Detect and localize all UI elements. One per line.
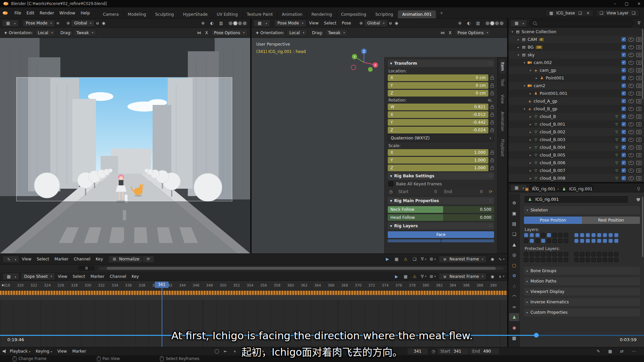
mode-dropdown[interactable]: Pose Mode [23, 20, 55, 27]
rotation-4l-button[interactable]: 4L [488, 98, 493, 103]
outliner-row[interactable]: cloud_B.006 [508, 159, 644, 167]
armature-layer-toggle[interactable] [558, 239, 562, 243]
hide-in-viewport-icon[interactable] [628, 38, 634, 42]
outliner-item-label[interactable]: cam2 [534, 83, 545, 88]
snap-icon[interactable] [95, 21, 101, 25]
breadcrumb-object[interactable]: ICG_rig.001 [532, 187, 555, 191]
xray-icon[interactable] [475, 21, 481, 25]
hide-in-viewport-icon[interactable] [628, 92, 634, 96]
properties-tab-icon[interactable] [509, 313, 519, 321]
dope-menu-item[interactable]: Marker [88, 274, 107, 279]
n-panel-tab[interactable]: Item [499, 59, 505, 74]
outliner-row[interactable]: cloud_B.005 [508, 151, 644, 159]
protected-layer-toggle[interactable] [547, 258, 551, 262]
pin-icon[interactable] [637, 187, 640, 191]
dope-menu-item[interactable]: View [55, 274, 70, 279]
outliner-row[interactable]: cloud_B.004 [508, 143, 644, 151]
orientation-value-dropdown[interactable]: Local [35, 29, 56, 36]
location-field[interactable]: Y0 cm [388, 82, 488, 89]
expand-arrow-icon[interactable] [522, 61, 527, 64]
graph-menu-item[interactable]: Marker [52, 257, 71, 261]
rig-layer-clipped-buttons[interactable] [388, 239, 494, 242]
protected-layer-toggle[interactable] [591, 258, 596, 262]
lock-icon[interactable] [490, 120, 494, 125]
disable-in-renders-icon[interactable] [636, 68, 641, 72]
workspace-tab[interactable]: Camera [99, 10, 123, 18]
expand-arrow-icon[interactable] [510, 30, 515, 34]
n-panel-tab[interactable]: Tool [499, 76, 505, 89]
disable-in-renders-icon[interactable] [636, 153, 641, 157]
hide-in-viewport-icon[interactable] [628, 153, 634, 157]
workspace-tab[interactable]: Rendering [307, 10, 336, 18]
checkbox[interactable] [622, 153, 626, 157]
disable-in-renders-icon[interactable] [636, 122, 641, 126]
transform-panel-header[interactable]: ▾Transform [388, 60, 494, 67]
expand-arrow-icon[interactable] [528, 169, 533, 172]
protected-layer-toggle[interactable] [608, 258, 613, 262]
protected-layer-toggle[interactable] [541, 258, 545, 262]
workspace-tab[interactable]: Scripting [371, 10, 398, 18]
3d-viewport-canvas[interactable]: User Perspective (341) ICG_rig.001 : hea… [252, 38, 507, 253]
menubar-item[interactable]: Window [57, 11, 78, 15]
outliner-row[interactable]: cloud_B.001 [508, 120, 644, 128]
armature-layer-toggle[interactable] [552, 239, 557, 243]
n-panel-tab[interactable]: View [499, 92, 505, 107]
viewport-menu-item[interactable]: Select [321, 21, 339, 25]
only-errors-icon[interactable] [402, 257, 409, 261]
outliner-item-label[interactable]: Point001 [546, 75, 564, 80]
protected-layer-toggle[interactable] [614, 252, 619, 256]
checkbox[interactable] [622, 130, 626, 134]
outliner-row[interactable]: cam.002 [508, 59, 644, 66]
drag-value-dropdown[interactable]: Tweak [73, 29, 96, 36]
orientation-value-dropdown[interactable]: Local [286, 29, 307, 36]
protected-layer-toggle[interactable] [535, 252, 540, 256]
checkbox[interactable] [622, 122, 626, 126]
protected-layer-toggle[interactable] [608, 252, 613, 256]
hide-in-viewport-icon[interactable] [628, 145, 634, 149]
properties-tab-icon[interactable] [509, 220, 519, 228]
horizontal-scrollbar[interactable] [99, 267, 504, 270]
mode-dropdown[interactable]: Pose Mode [274, 20, 306, 27]
outliner-item-label[interactable]: cloud_B [540, 114, 556, 119]
scrollbar-thumb[interactable] [107, 267, 496, 270]
scale-field[interactable]: Z1.000 [388, 165, 488, 171]
orientation-dropdown[interactable]: Global [364, 20, 387, 27]
collapsed-panel-header[interactable]: ▸Bone Groups [524, 267, 640, 275]
workspace-tab[interactable]: UV Editing [212, 10, 243, 18]
outliner-row[interactable]: Point001 [508, 74, 644, 82]
disable-in-renders-icon[interactable] [636, 99, 641, 103]
rotation-mode-dropdown[interactable]: Quaternion (WXYZ) [388, 134, 494, 142]
menubar-item[interactable]: Help [78, 11, 92, 15]
graph-menu-item[interactable]: Key [93, 257, 106, 261]
lock-icon[interactable] [490, 91, 494, 96]
blender-menu-icon[interactable] [3, 11, 8, 15]
collapsed-panel-header[interactable]: ▸Viewport Display [524, 288, 640, 296]
drag-value-dropdown[interactable]: Tweak [325, 29, 348, 36]
disable-in-renders-icon[interactable] [636, 45, 641, 49]
lock-icon[interactable] [490, 83, 494, 88]
n-panel-tab[interactable]: Playblast [499, 136, 505, 160]
outliner-item-label[interactable]: Scene Collection [522, 29, 556, 34]
scene-selector[interactable]: ICG_base [545, 9, 594, 17]
data-name-field[interactable]: ICG_rig.001 [524, 195, 629, 203]
editor-type-button[interactable] [511, 20, 527, 27]
disable-in-renders-icon[interactable] [636, 115, 641, 119]
editor-type-button[interactable] [3, 273, 19, 280]
wireframe-shading-icon[interactable] [486, 21, 489, 25]
protected-layer-toggle[interactable] [574, 252, 579, 256]
outliner-row[interactable]: cam2 [508, 82, 644, 89]
snap-icon[interactable] [387, 21, 393, 25]
armature-layer-toggle[interactable] [597, 233, 601, 237]
shading-mode-switch[interactable] [484, 21, 505, 26]
hide-in-viewport-icon[interactable] [628, 169, 634, 173]
rendered-shading-icon[interactable] [500, 21, 503, 25]
rotation-field[interactable]: Y-0.442 [388, 119, 488, 126]
outliner-row[interactable]: cloud_A_gp [508, 97, 644, 105]
navigation-gizmo[interactable]: Z Y X [349, 47, 379, 77]
hide-in-viewport-icon[interactable] [628, 161, 634, 165]
rig-layers-panel-header[interactable]: ▾Rig Layers [388, 222, 494, 230]
disable-in-renders-icon[interactable] [636, 176, 641, 180]
material-shading-icon[interactable] [495, 21, 499, 25]
normalize-refresh-button[interactable] [142, 256, 154, 263]
modifier-icon[interactable] [498, 274, 504, 279]
